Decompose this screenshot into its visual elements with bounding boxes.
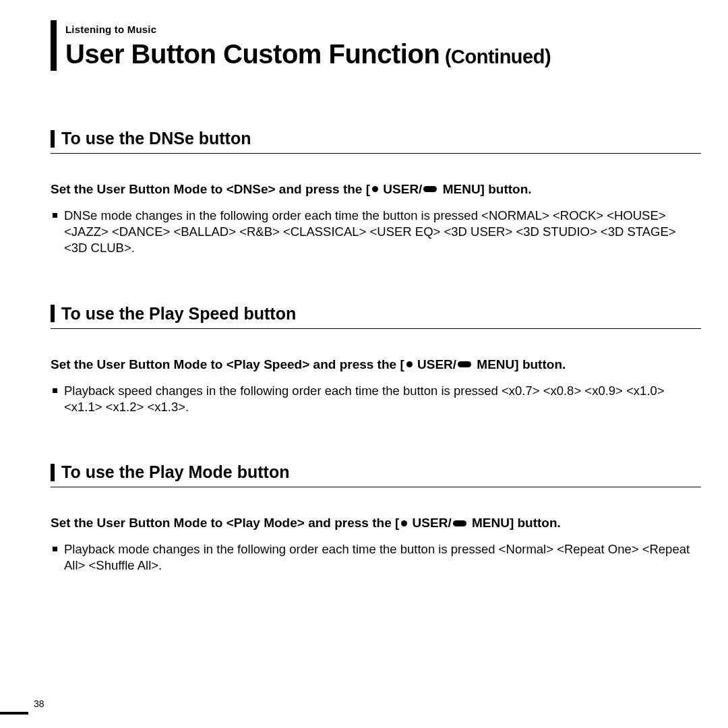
section-dnse: To use the DNSe button Set the User Butt… <box>51 129 701 257</box>
dot-icon <box>372 186 378 192</box>
section-title: To use the DNSe button <box>61 129 251 148</box>
instruction-post: MENU] button. <box>473 357 566 371</box>
instruction-text: Set the User Button Mode to <Play Speed>… <box>51 356 701 373</box>
section-play-speed: To use the Play Speed button Set the Use… <box>51 304 701 415</box>
bullet-item: Playback mode changes in the following o… <box>51 541 701 574</box>
chapter-accent-bar <box>51 20 57 71</box>
title-main: User Button Custom Function <box>65 39 439 69</box>
pill-icon <box>458 361 471 367</box>
section-accent-bar <box>51 464 55 481</box>
bullet-text: Playback mode changes in the following o… <box>64 541 701 574</box>
chapter-label: Listening to Music <box>65 20 701 35</box>
bullet-item: DNSe mode changes in the following order… <box>51 208 701 257</box>
instruction-text: Set the User Button Mode to <Play Mode> … <box>51 514 701 532</box>
page-number: 38 <box>34 698 44 709</box>
instruction-pre: Set the User Button Mode to <DNSe> and p… <box>51 182 370 196</box>
dot-icon <box>406 361 413 367</box>
instruction-post: MENU] button. <box>468 516 561 530</box>
square-bullet-icon <box>53 547 57 551</box>
section-accent-bar <box>51 130 55 148</box>
section-accent-bar <box>51 305 55 322</box>
instruction-mid: USER/ <box>414 357 456 371</box>
square-bullet-icon <box>53 213 57 218</box>
section-header: To use the DNSe button <box>51 129 701 154</box>
instruction-pre: Set the User Button Mode to <Play Speed>… <box>51 357 404 371</box>
instruction-mid: USER/ <box>408 516 451 530</box>
pill-icon <box>453 520 466 526</box>
dot-icon <box>401 520 407 526</box>
bullet-item: Playback speed changes in the following … <box>51 383 701 416</box>
bullet-text: Playback speed changes in the following … <box>64 383 701 416</box>
footer-accent-bar <box>0 712 28 715</box>
square-bullet-icon <box>53 388 57 393</box>
instruction-mid: USER/ <box>380 182 422 196</box>
section-title: To use the Play Mode button <box>61 462 289 482</box>
title-suffix: (Continued) <box>439 46 551 67</box>
pill-icon <box>423 186 437 192</box>
page-title: User Button Custom Function (Continued) <box>65 39 701 69</box>
bullet-text: DNSe mode changes in the following order… <box>64 208 701 257</box>
section-play-mode: To use the Play Mode button Set the User… <box>51 462 701 574</box>
section-title: To use the Play Speed button <box>61 304 296 324</box>
instruction-text: Set the User Button Mode to <DNSe> and p… <box>51 181 701 198</box>
instruction-pre: Set the User Button Mode to <Play Mode> … <box>51 516 399 530</box>
section-header: To use the Play Mode button <box>51 462 701 487</box>
instruction-post: MENU] button. <box>439 182 531 196</box>
section-header: To use the Play Speed button <box>51 304 701 329</box>
